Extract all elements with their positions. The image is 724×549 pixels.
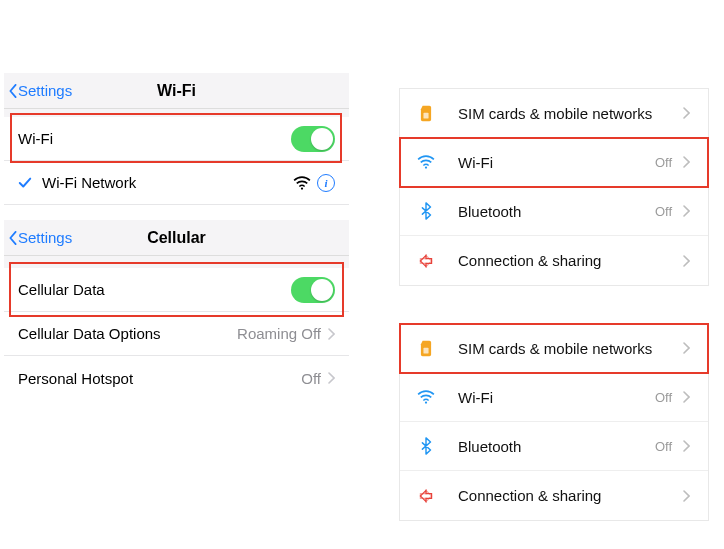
sim-card-icon — [416, 338, 436, 358]
wifi-toggle-label: Wi-Fi — [18, 130, 53, 147]
chevron-right-icon — [682, 205, 690, 217]
wifi-network-name: Wi-Fi Network — [42, 174, 136, 191]
svg-rect-3 — [423, 347, 428, 353]
ios-cellular-header: Settings Cellular — [4, 220, 349, 256]
list-item-label: Connection & sharing — [458, 252, 682, 269]
svg-point-0 — [301, 187, 303, 189]
list-item-label: Connection & sharing — [458, 487, 682, 504]
android-settings-panel-bottom: SIM cards & mobile networks Wi-Fi Off Bl… — [399, 323, 709, 521]
sim-cards-row[interactable]: SIM cards & mobile networks — [400, 324, 708, 373]
chevron-right-icon — [327, 328, 335, 340]
page-title: Cellular — [147, 229, 206, 247]
list-item-label: Bluetooth — [458, 438, 655, 455]
svg-point-2 — [425, 166, 427, 168]
bluetooth-icon — [416, 201, 436, 221]
ios-wifi-panel: Settings Wi-Fi Wi-Fi Wi-Fi Network i — [4, 73, 349, 205]
cellular-options-label: Cellular Data Options — [18, 325, 161, 342]
cellular-data-label: Cellular Data — [18, 281, 105, 298]
personal-hotspot-row[interactable]: Personal Hotspot Off — [4, 356, 349, 400]
wifi-toggle[interactable] — [291, 126, 335, 152]
chevron-right-icon — [682, 440, 690, 452]
wifi-row[interactable]: Wi-Fi Off — [400, 373, 708, 422]
wifi-icon — [416, 387, 436, 407]
wifi-network-row[interactable]: Wi-Fi Network i — [4, 161, 349, 205]
bluetooth-icon — [416, 436, 436, 456]
android-settings-panel-top: SIM cards & mobile networks Wi-Fi Off Bl… — [399, 88, 709, 286]
back-button[interactable]: Settings — [4, 82, 72, 99]
list-item-status: Off — [655, 204, 672, 219]
ios-wifi-header: Settings Wi-Fi — [4, 73, 349, 109]
back-label: Settings — [18, 229, 72, 246]
sim-cards-row[interactable]: SIM cards & mobile networks — [400, 89, 708, 138]
chevron-right-icon — [682, 391, 690, 403]
cellular-data-row: Cellular Data — [4, 268, 349, 312]
chevron-right-icon — [682, 490, 690, 502]
svg-rect-1 — [423, 112, 428, 118]
list-item-label: Bluetooth — [458, 203, 655, 220]
list-item-label: Wi-Fi — [458, 389, 655, 406]
back-label: Settings — [18, 82, 72, 99]
cellular-data-options-row[interactable]: Cellular Data Options Roaming Off — [4, 312, 349, 356]
cellular-data-toggle[interactable] — [291, 277, 335, 303]
list-item-status: Off — [655, 439, 672, 454]
wifi-signal-icon — [293, 176, 311, 190]
connection-sharing-row[interactable]: Connection & sharing — [400, 236, 708, 285]
bluetooth-row[interactable]: Bluetooth Off — [400, 422, 708, 471]
ios-cellular-panel: Settings Cellular Cellular Data Cellular… — [4, 220, 349, 400]
list-item-label: Wi-Fi — [458, 154, 655, 171]
wifi-icon — [416, 152, 436, 172]
chevron-right-icon — [682, 255, 690, 267]
svg-point-4 — [425, 401, 427, 403]
bluetooth-row[interactable]: Bluetooth Off — [400, 187, 708, 236]
wifi-toggle-row: Wi-Fi — [4, 117, 349, 161]
list-item-label: SIM cards & mobile networks — [458, 340, 682, 357]
info-icon[interactable]: i — [317, 174, 335, 192]
checkmark-icon — [18, 176, 32, 190]
chevron-right-icon — [682, 156, 690, 168]
hotspot-label: Personal Hotspot — [18, 370, 133, 387]
back-button[interactable]: Settings — [4, 229, 72, 246]
sim-card-icon — [416, 103, 436, 123]
cellular-options-status: Roaming Off — [237, 325, 321, 342]
list-item-status: Off — [655, 390, 672, 405]
hotspot-status: Off — [301, 370, 321, 387]
chevron-right-icon — [682, 107, 690, 119]
chevron-right-icon — [327, 372, 335, 384]
list-item-label: SIM cards & mobile networks — [458, 105, 682, 122]
chevron-right-icon — [682, 342, 690, 354]
list-item-status: Off — [655, 155, 672, 170]
connection-sharing-row[interactable]: Connection & sharing — [400, 471, 708, 520]
connection-sharing-icon — [416, 251, 436, 271]
wifi-row[interactable]: Wi-Fi Off — [400, 138, 708, 187]
connection-sharing-icon — [416, 486, 436, 506]
page-title: Wi-Fi — [157, 82, 196, 100]
